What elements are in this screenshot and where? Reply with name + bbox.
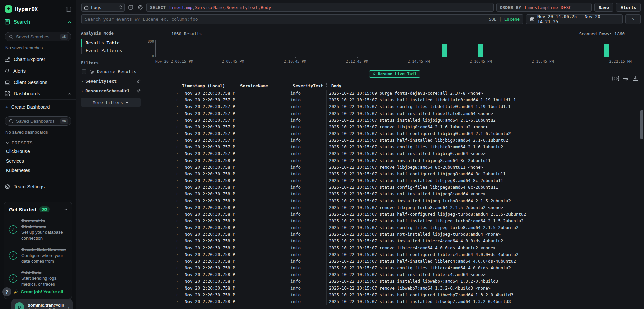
table-row[interactable]: ›Nov 20 2:20:30.757 PMinfo2025-10-22 10:… xyxy=(145,137,644,143)
table-row[interactable]: ›Nov 20 2:20:30.757 PMinfo2025-10-22 10:… xyxy=(145,103,644,110)
gear-icon[interactable] xyxy=(137,4,144,11)
table-row[interactable]: ›Nov 20 2:20:30.758 PMinfo2025-10-22 10:… xyxy=(145,157,644,164)
expand-row-icon[interactable]: › xyxy=(176,205,182,210)
pin-icon[interactable] xyxy=(136,79,141,83)
order-by-input[interactable]: ORDER BY TimestampTime DESC xyxy=(496,3,592,12)
expand-row-icon[interactable]: › xyxy=(176,118,182,122)
table-row[interactable]: ›Nov 20 2:20:30.758 PMinfo2025-10-22 10:… xyxy=(145,164,644,170)
expand-row-icon[interactable]: › xyxy=(176,145,182,149)
table-row[interactable]: ›Nov 20 2:20:30.758 PMinfo2025-10-22 10:… xyxy=(145,197,644,204)
pin-icon[interactable] xyxy=(136,89,141,93)
expand-row-icon[interactable]: › xyxy=(176,165,182,169)
table-row[interactable]: ›Nov 20 2:20:30.758 PMinfo2025-10-22 10:… xyxy=(145,90,644,96)
expand-row-icon[interactable]: › xyxy=(176,286,182,290)
sql-toggle[interactable]: SQL xyxy=(489,17,497,22)
expand-row-icon[interactable]: › xyxy=(176,185,182,189)
select-columns-input[interactable]: SELECT Timestamp ,ServiceName,SeverityTe… xyxy=(146,3,494,12)
column-header-servicename[interactable]: ServiceName xyxy=(235,83,288,88)
expand-row-icon[interactable]: › xyxy=(176,172,182,176)
sidebar-item-alerts[interactable]: Alerts xyxy=(0,65,76,77)
download-icon[interactable] xyxy=(633,76,638,81)
source-edit-icon[interactable] xyxy=(127,4,134,11)
sidebar-item-chart-explorer[interactable]: Chart Explorer xyxy=(0,54,76,65)
table-row[interactable]: ›Nov 20 2:20:30.758 PMinfo2025-10-22 10:… xyxy=(145,224,644,231)
presets-toggle[interactable]: PRESETS xyxy=(0,138,76,147)
expand-row-icon[interactable]: › xyxy=(176,151,182,156)
expand-row-icon[interactable]: › xyxy=(176,131,182,136)
sidebar-item-search[interactable]: Search xyxy=(0,16,76,28)
expand-row-icon[interactable]: › xyxy=(176,91,182,95)
expand-row-icon[interactable]: › xyxy=(176,219,182,223)
chevron-up-icon[interactable] xyxy=(68,93,71,95)
expand-row-icon[interactable]: › xyxy=(176,246,182,250)
chevron-up-icon[interactable] xyxy=(68,21,71,23)
histogram-bar[interactable] xyxy=(604,44,609,57)
column-separator[interactable] xyxy=(326,83,327,88)
expand-row-icon[interactable]: › xyxy=(176,111,182,116)
table-row[interactable]: ›Nov 20 2:20:30.757 PMinfo2025-10-22 10:… xyxy=(145,117,644,123)
table-row[interactable]: ›Nov 20 2:20:30.758 PMinfo2025-10-22 10:… xyxy=(145,271,644,278)
user-menu[interactable]: D dominic.tran@clic... dominic.tran@clic… xyxy=(11,299,73,309)
preset-services[interactable]: Services xyxy=(0,156,76,166)
denoise-checkbox[interactable] xyxy=(82,69,86,74)
table-row[interactable]: ›Nov 20 2:20:30.758 PMinfo2025-10-22 10:… xyxy=(145,258,644,264)
help-button[interactable]: ? xyxy=(2,287,11,296)
table-row[interactable]: ›Nov 20 2:20:30.758 PMinfo2025-10-22 10:… xyxy=(145,284,644,291)
table-row[interactable]: ›Nov 20 2:20:30.758 PMinfo2025-10-22 10:… xyxy=(145,251,644,258)
expand-row-icon[interactable]: › xyxy=(176,192,182,196)
time-range-picker[interactable]: Nov 20 14:06:25 - Nov 20 14:21:25 xyxy=(526,14,623,24)
expand-row-icon[interactable]: › xyxy=(176,125,182,129)
analysis-mode-results-table[interactable]: Results Table xyxy=(81,39,145,47)
sidebar-item-dashboards[interactable]: Dashboards xyxy=(0,88,76,99)
table-row[interactable]: ›Nov 20 2:20:30.757 PMinfo2025-10-22 10:… xyxy=(145,96,644,103)
table-row[interactable]: ›Nov 20 2:20:30.758 PMinfo2025-10-22 10:… xyxy=(145,237,644,244)
column-separator[interactable] xyxy=(235,83,235,88)
saved-searches-input[interactable]: Saved Searches ⌘K xyxy=(5,32,71,41)
table-row[interactable]: ›Nov 20 2:20:30.758 PMinfo2025-10-22 10:… xyxy=(145,244,644,251)
table-row[interactable]: ›Nov 20 2:20:30.757 PMinfo2025-10-22 10:… xyxy=(145,123,644,130)
resume-live-tail-button[interactable]: Resume Live Tail xyxy=(369,70,421,78)
more-filters-button[interactable]: More filters xyxy=(81,98,141,107)
sidebar-item-team-settings[interactable]: Team Settings xyxy=(0,181,76,192)
saved-dashboards-input[interactable]: Saved Dashboards ⌘K xyxy=(5,116,71,126)
table-row[interactable]: ›Nov 20 2:20:30.758 PMinfo2025-10-22 10:… xyxy=(145,170,644,177)
preset-kubernetes[interactable]: Kubernetes xyxy=(0,166,76,175)
expand-row-icon[interactable]: › xyxy=(176,266,182,270)
table-row[interactable]: ›Nov 20 2:20:30.758 PMinfo2025-10-22 10:… xyxy=(145,204,644,211)
table-row[interactable]: ›Nov 20 2:20:30.758 PMinfo2025-10-22 10:… xyxy=(145,211,644,217)
preset-clickhouse[interactable]: ClickHouse xyxy=(0,147,76,156)
view-source-icon[interactable] xyxy=(612,76,619,81)
vertical-scrollbar[interactable] xyxy=(640,110,643,139)
table-row[interactable]: ›Nov 20 2:20:30.758 PMinfo2025-10-22 10:… xyxy=(145,278,644,284)
filter-group-resourceschemaurl[interactable]: ›ResourceSchemaUrl xyxy=(81,88,141,93)
histogram-bar[interactable] xyxy=(478,44,483,57)
sidebar-item-client-sessions[interactable]: Client Sessions xyxy=(0,77,76,88)
column-header-timestamp-local-[interactable]: Timestamp (Local) xyxy=(182,83,235,88)
alerts-button[interactable]: Alerts xyxy=(616,3,641,12)
expand-row-icon[interactable]: › xyxy=(176,239,182,243)
table-row[interactable]: ›Nov 20 2:20:30.758 PMinfo2025-10-22 10:… xyxy=(145,231,644,237)
histogram-plot[interactable] xyxy=(155,40,626,57)
table-row[interactable]: ›Nov 20 2:20:30.758 PMinfo2025-10-22 10:… xyxy=(145,217,644,224)
table-row[interactable]: ›Nov 20 2:20:30.758 PMinfo2025-10-22 10:… xyxy=(145,298,644,305)
expand-row-icon[interactable]: › xyxy=(176,299,182,304)
expand-row-icon[interactable]: › xyxy=(176,225,182,230)
table-row[interactable]: ›Nov 20 2:20:30.758 PMinfo2025-10-22 10:… xyxy=(145,190,644,197)
expand-row-icon[interactable]: › xyxy=(176,104,182,109)
table-row[interactable]: ›Nov 20 2:20:30.757 PMinfo2025-10-22 10:… xyxy=(145,143,644,150)
table-row[interactable]: ›Nov 20 2:20:30.757 PMinfo2025-10-22 10:… xyxy=(145,150,644,157)
column-separator[interactable] xyxy=(288,83,288,88)
filter-group-severitytext[interactable]: ›SeverityText xyxy=(81,79,141,84)
expand-row-icon[interactable]: › xyxy=(176,98,182,102)
histogram-bar[interactable] xyxy=(442,44,447,57)
denoise-results-option[interactable]: Denoise Results xyxy=(82,69,145,74)
lucene-toggle[interactable]: Lucene xyxy=(504,17,520,22)
expand-row-icon[interactable]: › xyxy=(176,158,182,163)
table-row[interactable]: ›Nov 20 2:20:30.758 PMinfo2025-10-22 10:… xyxy=(145,177,644,184)
wrap-lines-icon[interactable] xyxy=(623,76,629,81)
table-row[interactable]: ›Nov 20 2:20:30.758 PMinfo2025-10-22 10:… xyxy=(145,264,644,271)
expand-row-icon[interactable]: › xyxy=(176,252,182,257)
expand-row-icon[interactable]: › xyxy=(176,138,182,142)
table-row[interactable]: ›Nov 20 2:20:30.758 PMinfo2025-10-22 10:… xyxy=(145,184,644,190)
expand-row-icon[interactable]: › xyxy=(176,293,182,297)
